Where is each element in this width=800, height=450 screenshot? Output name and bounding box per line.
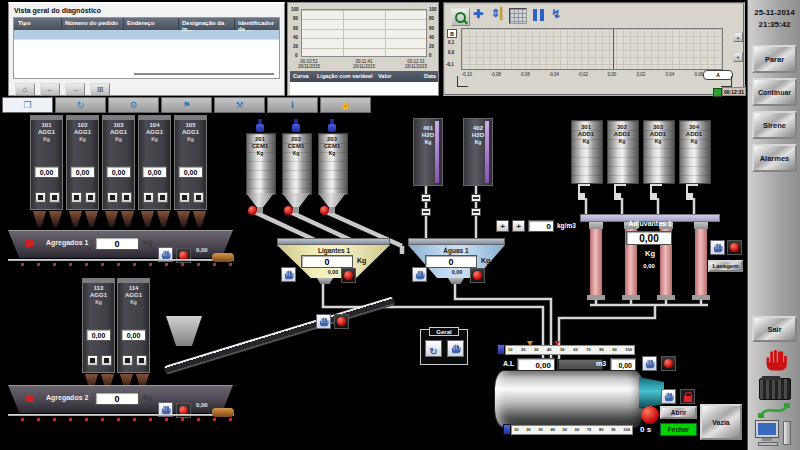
outlet-valve-icon[interactable] xyxy=(248,206,257,215)
silo-cone xyxy=(246,193,274,207)
vazia-button[interactable]: Vazia xyxy=(700,404,742,440)
water-valve[interactable] xyxy=(471,208,481,216)
gate-button-right[interactable] xyxy=(121,192,132,203)
belt1-end-roller xyxy=(212,253,234,262)
gate-manual-button[interactable] xyxy=(661,389,676,404)
col-endereco[interactable]: Endereço xyxy=(124,18,179,30)
abrir-button[interactable]: Abrir xyxy=(660,406,697,419)
adjuvantes-discharge-button[interactable] xyxy=(727,240,742,255)
geral-manual-button[interactable] xyxy=(447,340,464,357)
current-date: 25-11-2014 xyxy=(748,8,800,17)
trend-ytick: 40 xyxy=(293,35,298,40)
zoom-tool-button[interactable] xyxy=(451,8,470,26)
ligantes-manual-button[interactable] xyxy=(281,267,296,282)
aguas-discharge-button[interactable] xyxy=(470,268,485,283)
tab-overview[interactable]: ❐ xyxy=(2,97,53,113)
water-valve[interactable] xyxy=(421,194,431,202)
col-identificador[interactable]: Identificador de ... xyxy=(235,18,279,30)
gate-lock-button[interactable] xyxy=(680,389,695,404)
dosing-inc-button[interactable]: + xyxy=(496,220,509,232)
col-tipo[interactable]: Tipo xyxy=(14,18,62,30)
aggregate-silo-101: 101AGG1Kg 0,00 xyxy=(30,115,63,210)
legend-link[interactable]: Ligação com variável xyxy=(317,73,373,79)
agregados1-label: Agregados 1 xyxy=(46,239,88,246)
pan-tool-icon[interactable]: ✚ xyxy=(473,7,483,21)
adjuvantes-weight-display: 0,00 xyxy=(626,231,672,245)
cursor-line[interactable] xyxy=(613,29,614,69)
diag-back-button[interactable]: ← xyxy=(40,83,60,96)
network-connector-icon[interactable] xyxy=(758,402,790,419)
col-numero-pedido[interactable]: Número do pedido xyxy=(62,18,124,30)
adjuvantes-manual-button[interactable] xyxy=(710,240,725,255)
water-valve[interactable] xyxy=(421,208,431,216)
tab-recipes[interactable]: ↻ xyxy=(55,97,106,113)
marker-b-box[interactable]: B xyxy=(447,29,457,38)
sirene-button[interactable]: Sirene xyxy=(752,111,797,139)
vertical-zoom-icon[interactable]: ⇕▎ xyxy=(491,7,509,20)
outlet-valve-icon[interactable] xyxy=(320,206,329,215)
legend-value[interactable]: Valor xyxy=(378,73,391,79)
gate-button-left[interactable] xyxy=(179,192,190,203)
gate-button-right[interactable] xyxy=(193,192,204,203)
conveyor-run-button[interactable] xyxy=(334,314,349,329)
gate-button-left[interactable] xyxy=(107,192,118,203)
dosing-inc2-button[interactable]: + xyxy=(512,220,525,232)
water-valve[interactable] xyxy=(471,194,481,202)
ligantes-discharge-button[interactable] xyxy=(341,268,356,283)
mixer-manual-button[interactable] xyxy=(642,356,657,371)
stop-hand-icon[interactable] xyxy=(762,346,788,372)
gate-button-left[interactable] xyxy=(35,192,46,203)
aguas-manual-button[interactable] xyxy=(412,267,427,282)
legend-date[interactable]: Data xyxy=(424,73,436,79)
tab-maintenance[interactable]: ⚒ xyxy=(214,97,265,113)
table-scrollbar[interactable] xyxy=(134,73,274,75)
alarmes-button[interactable]: Alarmes xyxy=(752,144,797,172)
col-designacao[interactable]: Designação da in... xyxy=(179,18,235,30)
tab-reports[interactable]: ⚑ xyxy=(161,97,212,113)
diag-forward-button[interactable]: → xyxy=(65,83,85,96)
gate-button-left[interactable] xyxy=(143,192,154,203)
diag-home-button[interactable]: ⌂ xyxy=(15,83,35,96)
legend-curve[interactable]: Curva xyxy=(293,73,309,79)
dosing-value-field[interactable]: 0 xyxy=(528,220,554,232)
computer-icon[interactable] xyxy=(756,421,794,447)
tank-unit: Kg xyxy=(643,138,673,145)
tank-unit: Kg xyxy=(571,138,601,145)
curve-mode-icon[interactable]: ↯ xyxy=(551,7,561,21)
scope-scroll-up[interactable]: ▲ xyxy=(733,32,743,42)
tab-manual[interactable]: ☝ xyxy=(320,97,371,113)
scope-plot[interactable] xyxy=(461,28,723,70)
sair-button[interactable]: Sair xyxy=(752,316,797,342)
hand-icon xyxy=(644,358,655,369)
gate-button-right[interactable] xyxy=(49,192,60,203)
scale-top-bar xyxy=(408,238,505,245)
geral-auto-button[interactable]: ↻ xyxy=(425,340,442,357)
scope-scroll-down[interactable]: ▼ xyxy=(733,52,743,62)
gate-button-right[interactable] xyxy=(136,355,147,366)
gate-button-right[interactable] xyxy=(157,192,168,203)
grid-toggle-button[interactable] xyxy=(509,8,527,24)
gate-icon xyxy=(74,195,79,200)
gate-button-right[interactable] xyxy=(101,355,112,366)
mixer-run-button[interactable] xyxy=(661,356,676,371)
fechar-button[interactable]: Fechar xyxy=(660,423,697,436)
gate-button-left[interactable] xyxy=(87,355,98,366)
trend-xtick: 00:11:4126/11/2015 xyxy=(344,59,384,69)
continuar-button[interactable]: Continuar xyxy=(752,78,797,106)
outlet-valve-icon[interactable] xyxy=(284,206,293,215)
mixer-discharge-valve[interactable] xyxy=(641,406,659,424)
plc-device-icon[interactable] xyxy=(759,378,791,400)
silo-material: AGG1 xyxy=(31,129,62,136)
tab-info[interactable]: ℹ xyxy=(267,97,318,113)
tab-settings[interactable]: ⚙ xyxy=(108,97,159,113)
gate-button-left[interactable] xyxy=(71,192,82,203)
gate-button-left[interactable] xyxy=(122,355,133,366)
parar-button[interactable]: Parar xyxy=(752,45,797,73)
pause-button[interactable] xyxy=(533,9,545,21)
gate-button-right[interactable] xyxy=(85,192,96,203)
lavagem-button[interactable]: Lavagem xyxy=(708,260,743,272)
conveyor-manual-button[interactable] xyxy=(316,314,331,329)
silo-unit: Kg xyxy=(83,299,114,306)
diag-filter-button[interactable]: ⊞ xyxy=(90,83,110,96)
silo-cap xyxy=(83,279,114,283)
